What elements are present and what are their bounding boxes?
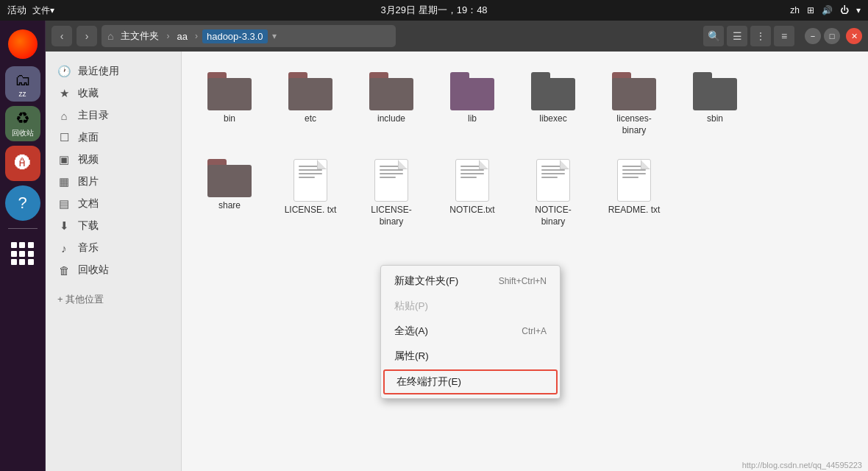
lang-indicator[interactable]: zh (790, 5, 800, 15)
sidebar-item-recent[interactable]: 🕐 最近使用 (46, 60, 181, 82)
file-item-license-binary[interactable]: LICENSE- binary (358, 153, 424, 233)
firefox-icon (8, 29, 38, 59)
context-menu-item-new-folder[interactable]: 新建文件夹(F) Shift+Ctrl+N (381, 269, 560, 294)
file-item-bin[interactable]: bin (196, 66, 263, 142)
breadcrumb-home[interactable]: 主文件夹 (118, 29, 162, 43)
help-icon: ? (18, 194, 26, 213)
folder-icon-include (369, 72, 413, 110)
sidebar: 🕐 最近使用 ★ 收藏 ⌂ 主目录 ☐ 桌面 ▣ 视频 ▦ 图片 (46, 52, 182, 471)
file-item-licenses-binary[interactable]: licenses- binary (601, 66, 667, 142)
context-menu-item-properties[interactable]: 属性(R) (381, 344, 560, 369)
file-name-include: include (377, 113, 405, 125)
file-name-notice-binary: NOTICE- binary (523, 205, 583, 227)
sidebar-item-downloads[interactable]: ⬇ 下载 (46, 215, 181, 237)
close-button[interactable]: ✕ (846, 28, 862, 44)
ctx-label-paste: 粘贴(P) (394, 300, 428, 313)
forward-button[interactable]: › (77, 26, 97, 46)
sidebar-item-documents[interactable]: ▤ 文档 (46, 193, 181, 215)
doc-icon-notice-binary (536, 159, 570, 202)
desktop-icon: ☐ (57, 131, 71, 144)
list-view-button[interactable]: ☰ (727, 26, 747, 46)
maximize-button[interactable]: □ (824, 28, 840, 44)
system-tray: zh ⊞ 🔊 ⏻ ▾ (790, 5, 861, 15)
search-button[interactable]: 🔍 (703, 26, 724, 46)
file-item-notice-binary[interactable]: NOTICE- binary (520, 153, 586, 233)
show-apps-button[interactable] (5, 236, 40, 272)
file-name-readme-txt: README. txt (608, 205, 661, 216)
activities-button[interactable]: 活动 (7, 4, 26, 17)
music-icon: ♪ (57, 242, 71, 255)
context-menu-item-open-terminal[interactable]: 在终端打开(E) (383, 369, 558, 394)
ctx-label-properties: 属性(R) (394, 350, 429, 363)
sidebar-item-music[interactable]: ♪ 音乐 (46, 237, 181, 259)
file-item-notice-txt[interactable]: NOTICE.txt (439, 153, 505, 233)
sound-icon: 🔊 (822, 5, 833, 15)
dock-item-appstore[interactable]: 🅐 (5, 146, 40, 181)
file-item-lib[interactable]: lib (439, 66, 505, 142)
file-item-libexec[interactable]: libexec (520, 66, 586, 142)
sidebar-label-home: 主目录 (78, 109, 109, 122)
sidebar-label-downloads: 下载 (78, 219, 99, 233)
file-item-readme-txt[interactable]: README. txt (601, 153, 667, 233)
minimize-button[interactable]: − (805, 28, 821, 44)
file-item-sbin[interactable]: sbin (682, 66, 748, 142)
dock-label-recycle: 回收站 (5, 128, 40, 138)
main-area: 🕐 最近使用 ★ 收藏 ⌂ 主目录 ☐ 桌面 ▣ 视频 ▦ 图片 (46, 52, 868, 471)
network-icon: ⊞ (807, 5, 814, 15)
menu-button[interactable]: ≡ (774, 26, 794, 46)
dock-item-files[interactable]: 🗂 zz (5, 66, 40, 102)
sidebar-label-music: 音乐 (78, 241, 99, 255)
file-item-license-txt[interactable]: LICENSE. txt (277, 153, 344, 233)
file-name-lib: lib (468, 113, 477, 125)
file-menu-button[interactable]: 文件▾ (32, 4, 54, 17)
file-name-license-txt: LICENSE. txt (285, 205, 337, 216)
address-dropdown-button[interactable]: ▾ (272, 31, 277, 41)
toolbar-icons: 🔍 ☰ ⋮ ≡ (703, 26, 794, 46)
content-area: bin etc include (182, 52, 868, 471)
dock-separator (8, 228, 38, 229)
folder-icon-sbin (693, 72, 737, 110)
sidebar-label-videos: 视频 (78, 153, 99, 166)
home-sidebar-icon: ⌂ (57, 110, 71, 122)
dropdown-arrow[interactable]: ▾ (856, 5, 861, 15)
sidebar-item-trash[interactable]: 🗑 回收站 (46, 259, 181, 281)
sidebar-item-pictures[interactable]: ▦ 图片 (46, 171, 181, 193)
sidebar-item-videos[interactable]: ▣ 视频 (46, 149, 181, 171)
file-item-etc[interactable]: etc (277, 66, 344, 142)
breadcrumb-hadoop[interactable]: hadoop-3.3.0 (202, 29, 268, 43)
context-menu-item-paste: 粘贴(P) (381, 294, 560, 319)
file-item-include[interactable]: include (358, 66, 424, 142)
power-icon: ⏻ (840, 5, 849, 15)
context-menu: 新建文件夹(F) Shift+Ctrl+N 粘贴(P) 全选(A) Ctrl+A… (380, 265, 561, 399)
sidebar-label-desktop: 桌面 (78, 131, 99, 144)
back-button[interactable]: ‹ (51, 26, 72, 46)
doc-icon-license-txt (294, 159, 327, 202)
sidebar-item-desktop[interactable]: ☐ 桌面 (46, 127, 181, 149)
trash-icon: 🗑 (57, 264, 71, 277)
view-options-button[interactable]: ⋮ (750, 26, 771, 46)
folder-icon-etc (288, 72, 332, 110)
file-grid-row2: share LICENSE. txt (196, 153, 853, 233)
ctx-shortcut-select-all: Ctrl+A (522, 326, 547, 336)
file-name-bin: bin (224, 113, 235, 125)
title-bar: ‹ › ⌂ 主文件夹 › aa › hadoop-3.3.0 ▾ 🔍 ☰ ⋮ ≡… (46, 21, 868, 52)
sidebar-label-recent: 最近使用 (78, 65, 119, 78)
pictures-icon: ▦ (57, 175, 71, 188)
sidebar-item-bookmarks[interactable]: ★ 收藏 (46, 82, 181, 105)
files-folder-icon: 🗂 (15, 71, 31, 90)
dock-item-firefox[interactable] (5, 26, 40, 62)
dock-item-help[interactable]: ? (5, 185, 40, 221)
file-name-license-binary: LICENSE- binary (361, 205, 421, 227)
context-menu-item-select-all[interactable]: 全选(A) Ctrl+A (381, 319, 560, 344)
application-dock: 🗂 zz ♻ 回收站 🅐 ? (0, 21, 46, 471)
breadcrumb-aa[interactable]: aa (174, 31, 190, 42)
dock-item-recycle[interactable]: ♻ 回收站 (5, 106, 40, 141)
sidebar-item-home[interactable]: ⌂ 主目录 (46, 105, 181, 127)
address-bar[interactable]: ⌂ 主文件夹 › aa › hadoop-3.3.0 ▾ (102, 25, 396, 47)
file-name-sbin: sbin (707, 113, 723, 125)
sidebar-label-trash: 回收站 (78, 263, 109, 277)
other-places-item[interactable]: + 其他位置 (46, 288, 181, 311)
file-item-share[interactable]: share (196, 153, 263, 233)
recycle-icon: ♻ (15, 109, 30, 128)
folder-icon-share (207, 159, 252, 197)
